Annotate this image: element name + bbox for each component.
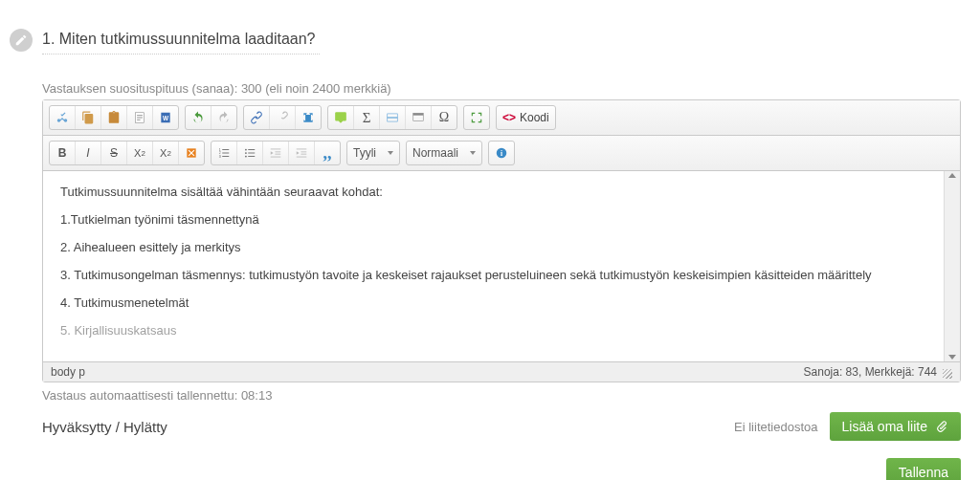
bullet-list-icon[interactable] [237,142,263,164]
anchor-icon[interactable] [296,106,321,129]
toolbar-row-2: B I S X2 X2 123 ,, Tyyli Normaali [43,136,960,171]
hr-icon[interactable] [380,106,406,129]
recommended-length: Vastauksen suosituspituus (sanaa): 300 (… [42,81,961,96]
redo-icon[interactable] [212,106,236,129]
code-icon: <> [502,111,516,124]
rec-length-value: 300 (eli noin 2400 merkkiä) [241,81,391,96]
svg-point-13 [245,156,247,158]
pencil-icon [10,29,33,52]
paperclip-icon [935,420,948,433]
style-combo-label: Tyyli [353,146,376,160]
editor-line: 1.Tutkielman työnimi täsmennettynä [60,212,943,227]
editor-content[interactable]: Tutkimussuunnitelma sisältää vähintään s… [43,171,960,361]
no-attachment-text: Ei liitetiedostoa [734,420,817,434]
numbered-list-icon[interactable]: 123 [212,142,237,164]
scroll-up-icon[interactable] [948,173,956,178]
editor-line: 3. Tutkimusongelman täsmennys: tutkimust… [60,268,943,282]
rich-text-editor: W Σ Ω <> Koodi [42,99,961,382]
undo-icon[interactable] [186,106,212,129]
word-char-count: Sanoja: 83, Merkkejä: 744 [804,365,937,379]
save-button-label: Tallenna [899,465,948,480]
source-button-label: Koodi [520,111,549,124]
resize-handle-icon[interactable] [943,369,952,379]
iframe-icon[interactable] [406,106,432,129]
autosave-text: Vastaus automaattisesti tallennettu: 08:… [42,388,961,403]
indent-icon[interactable] [289,142,315,164]
add-attachment-button[interactable]: Lisää oma liite [830,412,962,441]
superscript-button[interactable]: X2 [153,142,179,164]
style-combo[interactable]: Tyyli [346,141,400,165]
maximize-icon[interactable] [464,106,489,129]
rec-length-label: Vastauksen suosituspituus (sanaa): [42,81,237,96]
remove-format-icon[interactable] [179,142,204,164]
element-path[interactable]: body p [51,365,85,379]
math-icon[interactable]: Σ [354,106,380,129]
svg-point-12 [245,152,247,154]
about-icon[interactable]: i [489,142,514,164]
svg-text:i: i [501,149,502,158]
source-button[interactable]: <> Koodi [496,105,556,130]
paste-icon[interactable] [101,106,127,129]
chevron-down-icon [470,151,476,155]
editor-line: 2. Aihealueen esittely ja merkitys [60,240,943,254]
grade-label: Hyväksytty / Hylätty [42,419,167,435]
subscript-button[interactable]: X2 [127,142,153,164]
scrollbar[interactable] [944,171,960,361]
cut-icon[interactable] [50,106,76,129]
svg-rect-6 [413,113,424,115]
format-combo[interactable]: Normaali [406,141,482,165]
comment-icon[interactable] [328,106,354,129]
paste-text-icon[interactable] [127,106,153,129]
divider [42,54,320,55]
italic-button[interactable]: I [76,142,101,164]
question-title: 1. Miten tutkimussuunnitelma laaditaan? [42,31,961,48]
editor-status-bar: body p Sanoja: 83, Merkkejä: 744 [43,361,960,382]
toolbar-row-1: W Σ Ω <> Koodi [43,100,960,136]
add-attachment-label: Lisää oma liite [842,419,928,434]
paste-word-icon[interactable]: W [153,106,178,129]
bold-button[interactable]: B [50,142,76,164]
unlink-icon[interactable] [270,106,296,129]
svg-text:3: 3 [219,155,221,159]
chevron-down-icon [388,151,393,155]
scroll-down-icon[interactable] [948,355,956,360]
link-icon[interactable] [244,106,270,129]
format-combo-label: Normaali [412,146,458,160]
svg-text:W: W [163,115,169,121]
editor-line: Tutkimussuunnitelma sisältää vähintään s… [60,185,943,199]
strike-button[interactable]: S [101,142,127,164]
svg-point-11 [245,149,247,151]
special-char-icon[interactable]: Ω [432,106,457,129]
save-button[interactable]: Tallenna [886,458,961,480]
blockquote-icon[interactable]: ,, [315,142,340,164]
editor-line: 4. Tutkimusmenetelmät [60,295,943,310]
copy-icon[interactable] [76,106,101,129]
outdent-icon[interactable] [263,142,289,164]
editor-line: 5. Kirjallisuuskatsaus [60,323,943,338]
